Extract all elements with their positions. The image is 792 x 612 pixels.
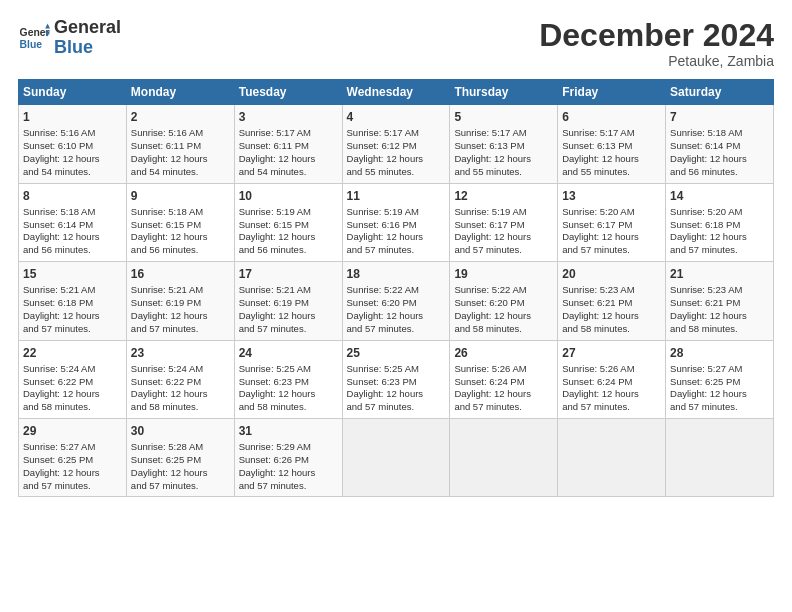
day-cell: 9Sunrise: 5:18 AMSunset: 6:15 PMDaylight… [126,183,234,261]
day-info-line: Daylight: 12 hours [347,310,446,323]
day-info-line: Sunset: 6:25 PM [23,454,122,467]
day-info-line: Sunset: 6:14 PM [670,140,769,153]
day-info-line: Sunrise: 5:23 AM [562,284,661,297]
day-info-line: Daylight: 12 hours [670,231,769,244]
day-cell: 2Sunrise: 5:16 AMSunset: 6:11 PMDaylight… [126,105,234,183]
day-number: 27 [562,345,661,361]
day-number: 24 [239,345,338,361]
day-info-line: and 57 minutes. [347,244,446,257]
day-cell: 20Sunrise: 5:23 AMSunset: 6:21 PMDayligh… [558,262,666,340]
day-info-line: Sunset: 6:18 PM [23,297,122,310]
day-cell: 16Sunrise: 5:21 AMSunset: 6:19 PMDayligh… [126,262,234,340]
day-cell: 21Sunrise: 5:23 AMSunset: 6:21 PMDayligh… [666,262,774,340]
day-cell: 17Sunrise: 5:21 AMSunset: 6:19 PMDayligh… [234,262,342,340]
day-number: 17 [239,266,338,282]
day-cell: 4Sunrise: 5:17 AMSunset: 6:12 PMDaylight… [342,105,450,183]
day-info-line: Sunrise: 5:17 AM [347,127,446,140]
day-info-line: Sunset: 6:17 PM [562,219,661,232]
day-number: 12 [454,188,553,204]
day-info-line: Sunrise: 5:29 AM [239,441,338,454]
day-number: 19 [454,266,553,282]
day-number: 26 [454,345,553,361]
week-row-2: 8Sunrise: 5:18 AMSunset: 6:14 PMDaylight… [19,183,774,261]
day-info-line: Sunrise: 5:16 AM [131,127,230,140]
week-row-1: 1Sunrise: 5:16 AMSunset: 6:10 PMDaylight… [19,105,774,183]
day-cell: 23Sunrise: 5:24 AMSunset: 6:22 PMDayligh… [126,340,234,418]
week-row-4: 22Sunrise: 5:24 AMSunset: 6:22 PMDayligh… [19,340,774,418]
day-info-line: Sunset: 6:17 PM [454,219,553,232]
day-info-line: Sunset: 6:23 PM [347,376,446,389]
day-info-line: Sunrise: 5:20 AM [670,206,769,219]
day-number: 10 [239,188,338,204]
location: Petauke, Zambia [539,53,774,69]
day-info-line: Sunrise: 5:18 AM [23,206,122,219]
day-info-line: and 55 minutes. [562,166,661,179]
day-number: 7 [670,109,769,125]
day-cell: 6Sunrise: 5:17 AMSunset: 6:13 PMDaylight… [558,105,666,183]
day-info-line: Daylight: 12 hours [131,388,230,401]
day-number: 16 [131,266,230,282]
day-info-line: Sunrise: 5:26 AM [562,363,661,376]
day-cell: 5Sunrise: 5:17 AMSunset: 6:13 PMDaylight… [450,105,558,183]
day-cell [342,418,450,496]
day-number: 21 [670,266,769,282]
day-info-line: Sunrise: 5:21 AM [23,284,122,297]
day-info-line: Sunrise: 5:24 AM [131,363,230,376]
day-info-line: Daylight: 12 hours [454,310,553,323]
day-info-line: Daylight: 12 hours [239,467,338,480]
day-info-line: and 56 minutes. [239,244,338,257]
day-info-line: Daylight: 12 hours [239,388,338,401]
col-header-friday: Friday [558,80,666,105]
title-block: December 2024 Petauke, Zambia [539,18,774,69]
day-info-line: Daylight: 12 hours [131,467,230,480]
day-info-line: Sunrise: 5:21 AM [131,284,230,297]
day-number: 15 [23,266,122,282]
day-info-line: Daylight: 12 hours [239,310,338,323]
day-cell: 28Sunrise: 5:27 AMSunset: 6:25 PMDayligh… [666,340,774,418]
day-info-line: Sunrise: 5:27 AM [670,363,769,376]
day-info-line: Sunrise: 5:18 AM [670,127,769,140]
day-info-line: Daylight: 12 hours [23,310,122,323]
day-info-line: Sunset: 6:25 PM [131,454,230,467]
day-info-line: Daylight: 12 hours [562,231,661,244]
header-row: SundayMondayTuesdayWednesdayThursdayFrid… [19,80,774,105]
day-info-line: Daylight: 12 hours [670,310,769,323]
col-header-sunday: Sunday [19,80,127,105]
logo: General Blue General Blue [18,18,121,58]
day-info-line: Daylight: 12 hours [239,153,338,166]
day-info-line: Sunrise: 5:26 AM [454,363,553,376]
day-info-line: Sunset: 6:24 PM [454,376,553,389]
day-cell: 24Sunrise: 5:25 AMSunset: 6:23 PMDayligh… [234,340,342,418]
day-info-line: Sunset: 6:20 PM [454,297,553,310]
day-info-line: Sunrise: 5:22 AM [347,284,446,297]
day-info-line: and 57 minutes. [131,480,230,493]
logo-text-general: General [54,18,121,38]
month-title: December 2024 [539,18,774,53]
day-info-line: Sunrise: 5:17 AM [562,127,661,140]
day-cell: 13Sunrise: 5:20 AMSunset: 6:17 PMDayligh… [558,183,666,261]
day-info-line: Daylight: 12 hours [562,388,661,401]
day-info-line: and 54 minutes. [239,166,338,179]
day-cell: 11Sunrise: 5:19 AMSunset: 6:16 PMDayligh… [342,183,450,261]
day-cell: 22Sunrise: 5:24 AMSunset: 6:22 PMDayligh… [19,340,127,418]
day-info-line: Daylight: 12 hours [670,153,769,166]
logo-text-blue: Blue [54,38,121,58]
day-cell: 31Sunrise: 5:29 AMSunset: 6:26 PMDayligh… [234,418,342,496]
day-number: 30 [131,423,230,439]
day-cell: 18Sunrise: 5:22 AMSunset: 6:20 PMDayligh… [342,262,450,340]
day-info-line: Sunrise: 5:17 AM [454,127,553,140]
day-info-line: and 58 minutes. [239,401,338,414]
day-info-line: Sunrise: 5:27 AM [23,441,122,454]
day-info-line: Daylight: 12 hours [131,310,230,323]
day-info-line: Sunset: 6:10 PM [23,140,122,153]
day-cell [666,418,774,496]
day-number: 18 [347,266,446,282]
day-info-line: and 57 minutes. [347,401,446,414]
day-info-line: and 54 minutes. [131,166,230,179]
day-number: 9 [131,188,230,204]
day-info-line: and 58 minutes. [454,323,553,336]
day-info-line: Sunrise: 5:22 AM [454,284,553,297]
day-info-line: Daylight: 12 hours [131,153,230,166]
day-info-line: Daylight: 12 hours [347,231,446,244]
day-info-line: Sunrise: 5:19 AM [347,206,446,219]
